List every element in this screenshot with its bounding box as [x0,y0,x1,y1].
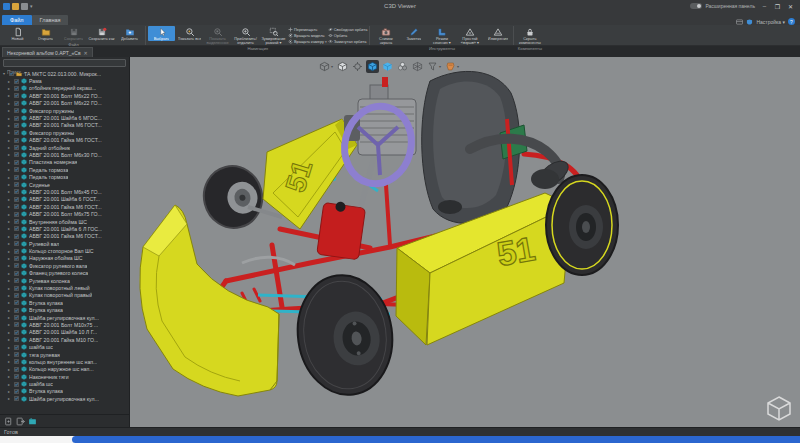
tree-item[interactable]: ▸Втулка кулака [0,307,129,314]
kart-3d-model[interactable]: 51 [130,57,800,427]
viewport-filter-button[interactable]: ▾ [426,60,442,73]
tree-item[interactable]: ▸АБВГ 20.001 Болт М6х22 ГО... [0,100,129,107]
tree-item[interactable]: ▸АБВГ 20.001 Гайка М6 ГОСТ... [0,137,129,144]
visibility-checkbox[interactable] [14,330,19,335]
visibility-checkbox[interactable] [14,152,19,157]
add-document-icon[interactable] [4,417,13,426]
expand-arrow-icon[interactable]: ▸ [8,271,12,276]
visibility-checkbox[interactable] [14,241,19,246]
doc-new-button[interactable]: Новый [4,26,31,41]
visibility-checkbox[interactable] [14,145,19,150]
visibility-checkbox[interactable] [14,374,19,379]
tree-item[interactable]: ▸Фиксатор пружины [0,107,129,114]
tree-item[interactable]: ▸Сиденье [0,181,129,188]
expand-arrow-icon[interactable]: ▸ [8,367,12,372]
measure-button[interactable]: Измерения [484,26,511,41]
expand-arrow-icon[interactable]: ▸ [8,337,12,342]
tree-item[interactable]: ▸Фиксатор пружины [0,129,129,136]
visibility-checkbox[interactable] [14,263,19,268]
tree-item[interactable]: ▸Кольцо наружное шс нап... [0,366,129,373]
tree-item[interactable]: ▸Рулевая колонка [0,277,129,284]
expand-arrow-icon[interactable]: ▸ [8,330,12,335]
tree-item[interactable]: ▸Наружная обойма ШС [0,255,129,262]
expand-arrow-icon[interactable]: ▸ [8,286,12,291]
visibility-checkbox[interactable] [14,359,19,364]
shield-icon[interactable] [746,19,753,25]
tree-item[interactable]: ▸АБВГ 20.001 Шайба 6 Л ГОС... [0,225,129,232]
expand-arrow-icon[interactable]: ▸ [8,278,12,283]
tab-home[interactable]: Главная [32,15,69,25]
tree-item[interactable]: ▸Кулак поворотный правый [0,292,129,299]
tree-item[interactable]: ▸АБВГ 20.001 Шайба 10 Л Г... [0,329,129,336]
tree-item[interactable]: ▸Кольцо стопорное Вал ШС [0,247,129,254]
expand-arrow-icon[interactable]: ▸ [8,226,12,231]
side-pod-right[interactable]: 51 [396,193,571,345]
tree-item[interactable]: ▸АБВГ 20.001 Шайба 6 МГОС... [0,114,129,121]
tree-item[interactable]: ▸АБВГ 20.001 Гайка М6 ГОСТ... [0,203,129,210]
expand-arrow-icon[interactable]: ▸ [8,345,12,350]
visibility-checkbox[interactable] [14,382,19,387]
visibility-checkbox[interactable] [14,167,19,172]
visibility-checkbox[interactable] [14,345,19,350]
expand-arrow-icon[interactable]: ▸ [8,396,12,401]
tab-file[interactable]: Файл [2,15,32,25]
expand-arrow-icon[interactable]: ▸ [8,108,12,113]
viewport-shaded-button[interactable] [381,60,394,73]
tree-item[interactable]: ▸Втулка кулака [0,299,129,306]
orbit-locked-button[interactable]: Замкнутая орбита [328,39,368,44]
rear-left-wheel-hint[interactable] [531,169,559,189]
tree-item[interactable]: ▸тяга рулевая [0,351,129,358]
rotate-model-button[interactable]: Вращать модель [288,33,327,38]
expand-arrow-icon[interactable]: ▸ [8,308,12,313]
tree-item[interactable]: ▸отбойник передний окраш... [0,85,129,92]
visibility-checkbox[interactable] [14,138,19,143]
expand-arrow-icon[interactable]: ▸ [8,241,12,246]
visibility-checkbox[interactable] [14,234,19,239]
visibility-checkbox[interactable] [14,293,19,298]
maximize-button[interactable]: ❐ [771,1,784,11]
zoom-button[interactable]: Приблизить/ отдалить [232,26,259,45]
help-button[interactable]: ? [788,18,795,25]
visibility-checkbox[interactable] [14,337,19,342]
visibility-checkbox[interactable] [14,182,19,187]
visibility-checkbox[interactable] [14,130,19,135]
minimize-button[interactable]: – [758,1,771,11]
show-all-button[interactable]: Показать все [176,26,203,41]
expand-arrow-icon[interactable]: ▸ [8,189,12,194]
visibility-checkbox[interactable] [14,212,19,217]
viewport-appearance-button[interactable]: ▾ [444,60,460,73]
tree-item[interactable]: ▸АБВГ 20.001 Шайба 6 ГОСТ... [0,196,129,203]
expand-arrow-icon[interactable]: ▸ [8,182,12,187]
cursor-button[interactable]: Выбрать [148,26,175,41]
expand-arrow-icon[interactable]: ▸ [8,263,12,268]
folder-open-button[interactable]: Открыть [32,26,59,41]
tree-item[interactable]: ▾ТА МКТС 022.013.000. Микрок... [0,70,129,77]
tree-item[interactable]: ▸АБВГ 20.001 Болт М6х75 ГО... [0,210,129,217]
expand-arrow-icon[interactable]: ▸ [8,389,12,394]
visibility-checkbox[interactable] [14,278,19,283]
viewport-zoom-fit-button[interactable] [351,60,364,73]
tree-item[interactable]: ▸АБВГ 20.001 Болт М6х30 ГО... [0,151,129,158]
rotate-camera-button[interactable]: Вращать камеру▾ [288,39,327,44]
visibility-checkbox[interactable] [9,71,14,76]
visibility-checkbox[interactable] [14,116,19,121]
expand-arrow-icon[interactable]: ▸ [8,79,12,84]
expand-arrow-icon[interactable]: ▸ [8,152,12,157]
tree-item[interactable]: ▸шайба шс [0,380,129,387]
save-button[interactable]: Сохранить [60,26,87,41]
folder-components-icon[interactable] [28,417,37,426]
orbit-free-button[interactable]: Свободная орбита [328,27,368,32]
show-sel-button[interactable]: Показать выделенное [204,26,231,45]
visibility-checkbox[interactable] [14,79,19,84]
tree-item[interactable]: ▸Педаль тормоза [0,173,129,180]
dropdown-caret-icon[interactable]: ▾ [331,64,333,69]
visibility-checkbox[interactable] [14,160,19,165]
save-as-button[interactable]: Сохранить как [88,26,115,41]
visibility-checkbox[interactable] [14,101,19,106]
visibility-checkbox[interactable] [14,271,19,276]
expand-arrow-icon[interactable]: ▸ [8,101,12,106]
tree-item[interactable]: ▸Кулак поворотный левый [0,284,129,291]
tree-item[interactable]: ▸АБВГ 20.001 Гайка М6 ГОСТ... [0,233,129,240]
expand-arrow-icon[interactable]: ▸ [8,86,12,91]
orbit-button[interactable]: Орбита [328,33,368,38]
